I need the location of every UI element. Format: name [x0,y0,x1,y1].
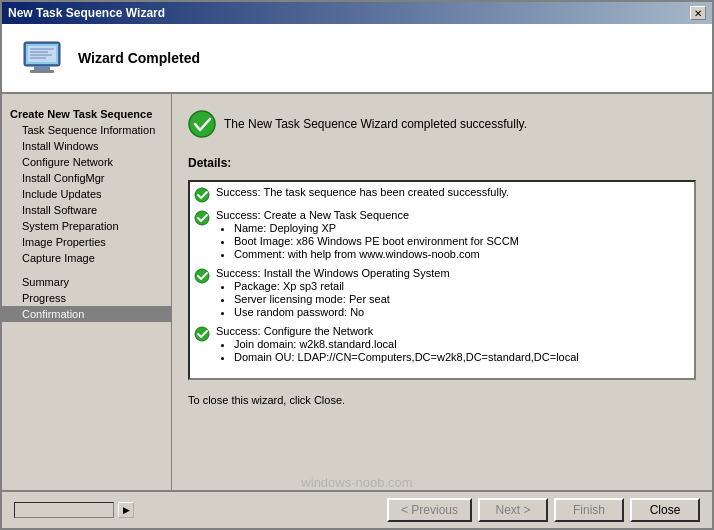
bottom-left: ▶ [14,502,134,518]
sidebar-item-install-windows[interactable]: Install Windows [2,138,171,154]
bottom-right: < Previous Next > Finish Close [387,498,700,522]
detail-row-4: Success: Configure the Network Join doma… [194,325,690,364]
sidebar-item-image-properties[interactable]: Image Properties [2,234,171,250]
completed-text: The New Task Sequence Wizard completed s… [224,117,527,131]
sidebar-item-task-sequence-info[interactable]: Task Sequence Information [2,122,171,138]
close-button[interactable]: Close [630,498,700,522]
detail-content-3: Success: Install the Windows Operating S… [216,267,690,319]
wizard-window: New Task Sequence Wizard ✕ Wizard Comple… [0,0,714,530]
detail-check-icon-4 [194,326,210,342]
next-button[interactable]: Next > [478,498,548,522]
detail-bullet-2-1: Name: Deploying XP [234,222,690,234]
detail-bullet-2-2: Boot Image: x86 Windows PE boot environm… [234,235,690,247]
completed-row: The New Task Sequence Wizard completed s… [188,110,696,138]
wizard-header-icon [18,34,66,82]
details-label: Details: [188,156,696,170]
finish-button[interactable]: Finish [554,498,624,522]
detail-check-icon-3 [194,268,210,284]
detail-content-4: Success: Configure the Network Join doma… [216,325,690,364]
detail-bullets-2: Name: Deploying XP Boot Image: x86 Windo… [234,222,690,260]
sidebar-item-confirmation[interactable]: Confirmation [2,306,171,322]
detail-check-icon-1 [194,187,210,203]
detail-bullets-3: Package: Xp sp3 retail Server licensing … [234,280,690,318]
detail-content-2: Success: Create a New Task Sequence Name… [216,209,690,261]
main-content: Create New Task Sequence Task Sequence I… [2,94,712,490]
sidebar-item-configure-network[interactable]: Configure Network [2,154,171,170]
sidebar-item-progress[interactable]: Progress [2,290,171,306]
detail-bullet-3-1: Package: Xp sp3 retail [234,280,690,292]
sidebar-item-system-preparation[interactable]: System Preparation [2,218,171,234]
close-instruction: To close this wizard, click Close. [188,394,696,406]
svg-rect-3 [30,70,54,73]
detail-bullet-2-3: Comment: with help from www.windows-noob… [234,248,690,260]
bottom-bar: ▶ < Previous Next > Finish Close [2,490,712,528]
sidebar-item-include-updates[interactable]: Include Updates [2,186,171,202]
title-bar: New Task Sequence Wizard ✕ [2,2,712,24]
previous-button[interactable]: < Previous [387,498,472,522]
scrollbar[interactable] [14,502,114,518]
detail-bullets-4: Join domain: w2k8.standard.local Domain … [234,338,690,363]
wizard-header-title: Wizard Completed [78,50,200,66]
detail-row-3: Success: Install the Windows Operating S… [194,267,690,319]
wizard-header: Wizard Completed [2,24,712,94]
detail-row-1: Success: The task sequence has been crea… [194,186,690,203]
sidebar-item-summary[interactable]: Summary [2,274,171,290]
detail-bullet-3-3: Use random password: No [234,306,690,318]
detail-title-4: Success: Configure the Network [216,325,373,337]
content-area: The New Task Sequence Wizard completed s… [172,94,712,490]
detail-title-2: Success: Create a New Task Sequence [216,209,409,221]
detail-title-3: Success: Install the Windows Operating S… [216,267,450,279]
detail-row-2: Success: Create a New Task Sequence Name… [194,209,690,261]
detail-bullet-3-2: Server licensing mode: Per seat [234,293,690,305]
window-close-button[interactable]: ✕ [690,6,706,20]
sidebar-item-install-configmgr[interactable]: Install ConfigMgr [2,170,171,186]
detail-check-icon-2 [194,210,210,226]
sidebar-item-capture-image[interactable]: Capture Image [2,250,171,266]
sidebar-item-install-software[interactable]: Install Software [2,202,171,218]
window-title: New Task Sequence Wizard [8,6,165,20]
detail-bullet-4-2: Domain OU: LDAP://CN=Computers,DC=w2k8,D… [234,351,690,363]
detail-title-1: Success: The task sequence has been crea… [216,186,509,198]
svg-point-9 [189,111,215,137]
sidebar: Create New Task Sequence Task Sequence I… [2,94,172,490]
svg-rect-4 [28,46,56,62]
nav-arrow-right[interactable]: ▶ [118,502,134,518]
detail-bullet-4-1: Join domain: w2k8.standard.local [234,338,690,350]
completed-check-icon [188,110,216,138]
detail-content-1: Success: The task sequence has been crea… [216,186,690,198]
svg-rect-2 [34,66,50,70]
details-box[interactable]: Success: The task sequence has been crea… [188,180,696,380]
sidebar-section-header: Create New Task Sequence [2,106,171,122]
